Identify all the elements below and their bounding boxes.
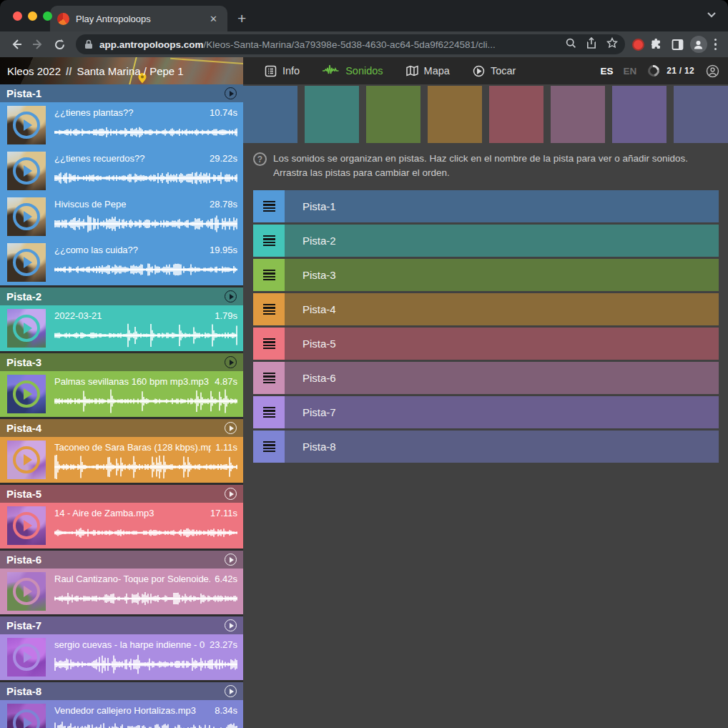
track-color-swatch[interactable]	[674, 86, 728, 143]
address-bar[interactable]: app.antropoloops.com/Kleos-Santa-Marina/…	[76, 34, 625, 54]
account-icon[interactable]	[706, 64, 719, 78]
clip-waveform[interactable]	[54, 164, 237, 194]
track-name[interactable]: Pista-7	[6, 619, 225, 631]
track-play-icon[interactable]	[225, 290, 237, 302]
back-button[interactable]	[7, 35, 26, 54]
extensions-puzzle-icon[interactable]	[647, 35, 666, 54]
audio-clip[interactable]: sergio cuevas - la harpe indienne - 03 -…	[0, 634, 243, 680]
track-row-label[interactable]: Pista-1	[302, 200, 336, 212]
track-header[interactable]: Pista-6	[0, 551, 243, 569]
tab-sonidos[interactable]: Sonidos	[314, 57, 391, 84]
clip-thumbnail[interactable]	[7, 243, 46, 282]
track-row-label[interactable]: Pista-6	[302, 372, 336, 384]
audio-clip[interactable]: Raul Cantizano- Toque por Solenoide.mp36…	[0, 569, 243, 614]
track-row[interactable]: Pista-8	[253, 431, 719, 463]
track-header[interactable]: Pista-4	[0, 419, 243, 437]
track-name[interactable]: Pista-6	[6, 554, 225, 566]
track-play-icon[interactable]	[225, 87, 237, 99]
audio-clip[interactable]: Vendedor callejero Hortalizas.mp38.34s	[0, 700, 243, 728]
track-name[interactable]: Pista-2	[6, 290, 225, 302]
track-name[interactable]: Pista-8	[6, 685, 225, 697]
bookmark-star-icon[interactable]	[606, 37, 618, 51]
track-row-bar[interactable]: Pista-3	[285, 259, 719, 291]
clip-waveform[interactable]	[54, 518, 237, 549]
drag-handle[interactable]	[253, 328, 285, 360]
track-row[interactable]: Pista-4	[253, 293, 719, 325]
clip-waveform[interactable]	[54, 321, 237, 351]
track-name[interactable]: Pista-5	[6, 488, 225, 500]
drag-handle[interactable]	[253, 190, 285, 222]
close-window-button[interactable]	[13, 11, 22, 21]
tab-search-chevron-icon[interactable]	[707, 10, 715, 19]
clip-play-icon[interactable]	[13, 380, 40, 408]
clip-waveform[interactable]	[54, 453, 237, 483]
clip-waveform[interactable]	[54, 716, 237, 728]
clip-play-icon[interactable]	[13, 512, 40, 539]
audio-clip[interactable]: Hiviscus de Pepe28.78s	[0, 194, 243, 240]
clip-waveform[interactable]	[54, 210, 237, 240]
zoom-icon[interactable]	[566, 38, 576, 51]
clip-waveform[interactable]	[54, 387, 237, 417]
drag-handle[interactable]	[253, 362, 285, 394]
browser-profile-avatar[interactable]	[690, 36, 707, 53]
audio-clip[interactable]: ¿¿como las cuida??19.95s	[0, 240, 243, 285]
clip-thumbnail[interactable]	[7, 506, 46, 545]
track-color-swatch[interactable]	[366, 86, 420, 143]
clip-thumbnail[interactable]	[7, 441, 46, 479]
tab-info[interactable]: Info	[256, 57, 308, 84]
drag-handle[interactable]	[253, 259, 285, 291]
track-header[interactable]: Pista-2	[0, 287, 243, 305]
browser-menu-icon[interactable]	[710, 39, 722, 51]
clip-play-icon[interactable]	[13, 157, 40, 185]
clip-thumbnail[interactable]	[7, 572, 46, 611]
track-row-bar[interactable]: Pista-1	[285, 190, 719, 222]
track-color-swatch[interactable]	[612, 86, 666, 143]
track-header[interactable]: Pista-1	[0, 84, 243, 102]
clip-thumbnail[interactable]	[7, 152, 46, 190]
track-row-label[interactable]: Pista-4	[302, 303, 336, 315]
recording-extension-icon[interactable]	[632, 39, 644, 51]
tab-close-icon[interactable]: ✕	[207, 12, 220, 26]
track-row-label[interactable]: Pista-5	[302, 338, 336, 350]
audio-clip[interactable]: Taconeo de Sara Baras (128 kbps).mp31.11…	[0, 437, 243, 483]
drag-handle[interactable]	[253, 225, 285, 257]
track-row-label[interactable]: Pista-2	[302, 235, 336, 247]
lang-en-button[interactable]: EN	[623, 66, 636, 77]
clip-waveform[interactable]	[54, 584, 237, 614]
clip-play-icon[interactable]	[13, 249, 40, 276]
track-row-bar[interactable]: Pista-6	[285, 362, 719, 394]
clip-play-icon[interactable]	[13, 446, 40, 473]
track-color-swatch[interactable]	[428, 86, 482, 143]
track-name[interactable]: Pista-4	[6, 422, 225, 434]
track-name[interactable]: Pista-1	[6, 87, 225, 99]
track-color-swatch[interactable]	[305, 86, 359, 143]
tab-tocar[interactable]: Tocar	[464, 57, 524, 84]
track-row-bar[interactable]: Pista-2	[285, 225, 719, 257]
track-row[interactable]: Pista-1	[253, 190, 719, 222]
track-play-icon[interactable]	[225, 422, 237, 434]
drag-handle[interactable]	[253, 396, 285, 428]
clip-thumbnail[interactable]	[7, 197, 46, 236]
drag-handle[interactable]	[253, 293, 285, 325]
track-row-label[interactable]: Pista-3	[302, 269, 336, 281]
audio-clip[interactable]: Palmas sevillanas 160 bpm mp3.mp34.87s	[0, 371, 243, 417]
clip-play-icon[interactable]	[13, 578, 40, 605]
clip-waveform[interactable]	[54, 255, 237, 285]
breadcrumb-project[interactable]: Kleos 2022	[7, 65, 61, 77]
track-header[interactable]: Pista-3	[0, 353, 243, 371]
track-row[interactable]: Pista-2	[253, 225, 719, 257]
clip-play-icon[interactable]	[13, 644, 40, 671]
zoom-window-button[interactable]	[43, 11, 52, 21]
track-row[interactable]: Pista-5	[253, 328, 719, 360]
track-play-icon[interactable]	[225, 685, 237, 697]
clip-play-icon[interactable]	[13, 315, 40, 342]
clip-thumbnail[interactable]	[7, 106, 46, 144]
track-row-label[interactable]: Pista-8	[302, 441, 336, 453]
track-row[interactable]: Pista-6	[253, 362, 719, 394]
clip-thumbnail[interactable]	[7, 704, 46, 728]
clip-waveform[interactable]	[54, 650, 237, 680]
track-header[interactable]: Pista-5	[0, 485, 243, 503]
lang-es-button[interactable]: ES	[600, 66, 613, 77]
lock-icon[interactable]	[84, 39, 93, 49]
clip-thumbnail[interactable]	[7, 309, 46, 348]
